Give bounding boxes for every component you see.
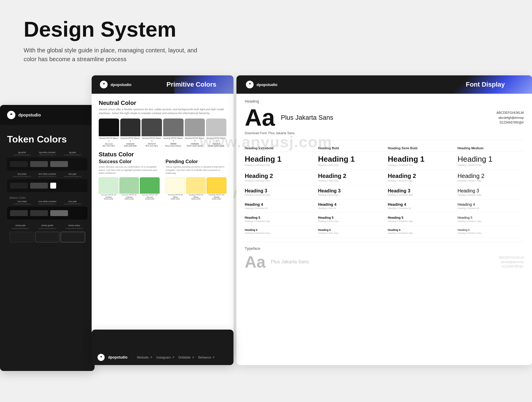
font-divider xyxy=(245,140,524,140)
h1-bold-meta: Heading 1 Bold 57px xyxy=(318,164,381,166)
h3-semibold-meta: Heading 3 Semibold 36px xyxy=(388,194,450,196)
h5-extrabold-meta: Heading 5 Extrabold 18px xyxy=(245,220,311,223)
n-swatch-3: Neutral-DPOP-Black-3 #474747R71 G71 B71 xyxy=(142,119,162,147)
neutral-swatches: Neutral-DPOP-Black-1 #111111R17 G17 B17 … xyxy=(99,119,226,147)
footer-link-behance[interactable]: Behance ↗ xyxy=(198,356,215,359)
h3-semibold: Heading 3 xyxy=(388,188,450,194)
token-logo: ❝ xyxy=(7,111,15,119)
font-alphabet: ABCDEFGHIJKLMabcdefghijklmnop0123456789!… xyxy=(497,110,524,125)
pending-swatch-2: Pending-DPOP-50 #fff0aaR255 G240 xyxy=(186,177,206,200)
stroke-labels: stroke-pale stroke-gentle stroke-sharp xyxy=(5,221,90,228)
neutral-desc: Neutral colors offer a flexible spectrum… xyxy=(99,108,226,115)
col-semibold: Heading Semi Bold xyxy=(384,145,454,152)
h4-bold-meta: Heading 4 Bold 28 xyxy=(318,207,381,210)
h4-medium-meta: Heading 4 Medium 28 xyxy=(458,207,520,210)
primitive-body: Neutral Color Neutral colors offer a fle… xyxy=(92,94,233,206)
col-medium: Heading Medium xyxy=(454,145,524,152)
h4-semibold-meta: Heading 4 Semibold 28 xyxy=(388,207,450,210)
font-header: ❝ dpopstudio Font Display xyxy=(236,75,532,94)
font-col-headers: Heading Extrabold Heading Bold Heading S… xyxy=(245,145,524,152)
h5-semibold: Heading 5 xyxy=(388,216,450,219)
bottom-card: ❝ dpopstudio Website ↗ Instagram ↗ Dribb… xyxy=(92,330,233,365)
font-card: ❝ dpopstudio Font Display Heading Aa Plu… xyxy=(236,75,532,365)
col-bold: Heading Bold xyxy=(314,145,384,152)
font-header-title: Font Display xyxy=(466,81,505,88)
typeface-name: Plus Jakarta Sans xyxy=(271,259,309,265)
h6-extrabold-meta: Heading 6 Extrabold 16px xyxy=(245,232,311,234)
h5-medium-meta: Heading 5 Medium 18px xyxy=(458,220,520,223)
neutral-heading: Neutral Color xyxy=(99,100,226,106)
typeface-alphabet: ABCDEFGHIJKLMabcdefghijklmnop0123456789!… xyxy=(499,255,524,269)
token-icon-sublabels: neutral-DPOP-Black-1 neutral-DPOP-Black-… xyxy=(5,202,90,205)
success-col: Success Color Green denotes success as c… xyxy=(99,159,160,200)
heading-1-row: Heading 1 Heading 1 Extrabold 57px Headi… xyxy=(245,152,524,170)
token-bg-labels: bg-white bg-white-constant bg-pale xyxy=(5,151,90,153)
typeface-label: Typeface xyxy=(245,246,524,251)
heading-6-row: Heading 6 Heading 6 Extrabold 16px Headi… xyxy=(245,226,524,238)
success-swatches: Success-DPOP-00 #e3f9e5R234 G249 Success… xyxy=(99,177,160,200)
h2-semibold-meta: Heading 2 Semibold 45px xyxy=(388,179,450,182)
h4-semibold: Heading 4 xyxy=(388,202,450,207)
h2-medium: Heading 2 xyxy=(458,173,520,179)
heading-2-row: Heading 2 Heading 2 Extrabold 45px Headi… xyxy=(245,170,524,185)
h1-extrabold: Heading 1 xyxy=(245,155,311,163)
h3-medium-meta: Heading 3 Medium 36px xyxy=(458,194,520,196)
h6-medium: Heading 6 xyxy=(458,229,520,232)
h6-bold-meta: Heading 6 Bold 16px xyxy=(318,232,381,234)
pending-swatch-3: Pending-DPOP-100 #ffe680R255 G230 xyxy=(207,177,226,200)
primitive-header: ❝ dpopstudio Primitive Colors xyxy=(92,75,233,94)
h5-bold: Heading 5 xyxy=(318,216,381,219)
prim-logo: ❝ xyxy=(100,81,108,88)
font-logo: ❝ xyxy=(246,81,254,88)
token-dark-bar-3 xyxy=(7,207,87,220)
status-section: Status Color Success Color Green denotes… xyxy=(99,151,226,200)
h1-semibold-meta: Heading 1 Semibold 57px xyxy=(388,164,450,166)
success-swatch-1: Success-DPOP-00 #e3f9e5R234 G249 xyxy=(99,177,119,200)
token-icon-labels: icon-white icon-white-constant icon-pale xyxy=(5,200,90,202)
n-swatch-2: Neutral-DPOP-Black-2 #2d2d2dR45 G45 B45 xyxy=(120,119,141,147)
h3-bold-meta: Heading 3 Bold 36px xyxy=(318,194,381,196)
footer-link-instagram[interactable]: Instagram ↗ xyxy=(156,356,174,359)
h2-medium-meta: Heading 2 Medium 45px xyxy=(458,179,520,182)
h1-extrabold-meta: Heading 1 Extrabold 57px xyxy=(245,164,311,166)
h6-medium-meta: Heading 6 Medium 16px xyxy=(458,232,520,234)
font-heading-label: Heading xyxy=(245,99,524,103)
h5-extrabold: Heading 5 xyxy=(245,216,311,219)
h5-bold-meta: Heading 5 Bold 18px xyxy=(318,220,381,223)
page-subtitle: With the global style guide in place, ma… xyxy=(24,46,201,64)
h4-medium: Heading 4 xyxy=(458,202,520,207)
h3-bold: Heading 3 xyxy=(318,188,381,194)
token-text-labels-row: text-white text-white-constant text-pale xyxy=(5,172,90,175)
font-display-row: Aa Plus Jakarta Sans ABCDEFGHIJKLMabcdef… xyxy=(245,106,524,129)
col-extrabold: Heading Extrabold xyxy=(245,145,314,152)
h4-bold: Heading 4 xyxy=(318,202,381,207)
h6-bold: Heading 6 xyxy=(318,229,381,232)
cards-area: ❝ dpopstudio Token Colors bg-white bg-wh… xyxy=(0,75,532,402)
typeface-row: Aa Plus Jakarta Sans ABCDEFGHIJKLMabcdef… xyxy=(245,252,524,271)
h3-medium: Heading 3 xyxy=(458,188,520,194)
stroke-swatches xyxy=(5,232,90,242)
footer-link-website[interactable]: Website ↗ xyxy=(137,356,152,359)
success-title: Success Color xyxy=(99,159,160,164)
footer-link-dribbble[interactable]: Dribbble ↗ xyxy=(179,356,194,359)
token-dark-bar-2 xyxy=(7,179,87,192)
token-brand: dpopstudio xyxy=(18,113,41,117)
status-heading: Status Color xyxy=(99,151,226,158)
h1-medium-meta: Heading 1 Medium 57px xyxy=(458,164,520,166)
typeface-big-aa: Aa xyxy=(245,252,265,271)
stroke-sublabels: neutral-DPOP-Black-1 neutral-DPOP-Black-… xyxy=(5,228,90,230)
h2-semibold: Heading 2 xyxy=(388,173,450,179)
n-swatch-5: Neutral-DPOP-Black-5 #9d9d9dR157 G157 B1… xyxy=(185,119,205,147)
h2-extrabold-meta: Heading 2 Extrabold 45px xyxy=(245,179,311,182)
font-brand: dpopstudio xyxy=(257,82,278,87)
token-status-label: Status Color xyxy=(5,194,90,200)
bottom-footer-brand: dpopstudio xyxy=(108,355,127,359)
h4-extrabold-meta: Heading 4 Extrabold 28 xyxy=(245,207,311,210)
h3-extrabold: Heading 3 xyxy=(245,188,311,194)
h6-extrabold: Heading 6 xyxy=(245,229,311,232)
success-swatch-2: Success-DPOP-50 #c8e6c8R200 G230 xyxy=(119,177,139,200)
heading-3-row: Heading 3 Heading 3 Extrabold 36px Headi… xyxy=(245,185,524,200)
font-name: Plus Jakarta Sans xyxy=(281,114,333,121)
bottom-card-footer: ❝ dpopstudio Website ↗ Instagram ↗ Dribb… xyxy=(92,354,233,361)
h3-extrabold-meta: Heading 3 Extrabold 36px xyxy=(245,194,311,196)
